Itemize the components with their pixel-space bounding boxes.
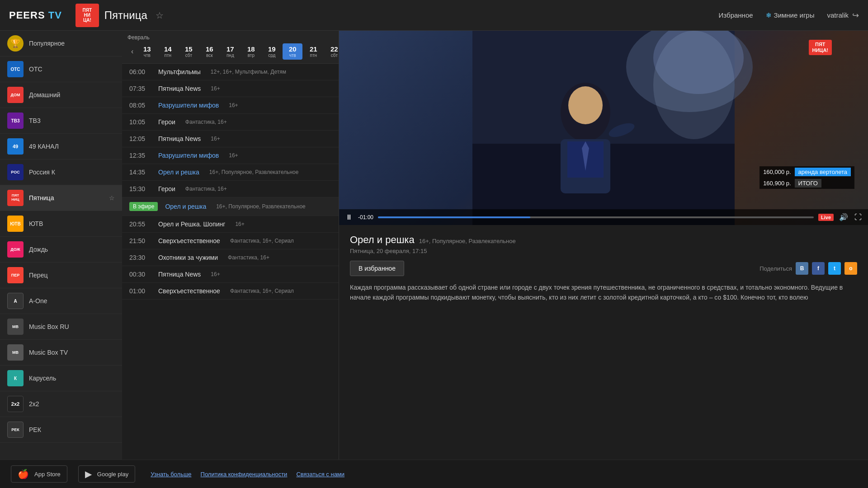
meta-razrushiteli-0805: 16+: [229, 102, 238, 108]
date-20[interactable]: 20чтв: [283, 43, 302, 60]
logout-icon[interactable]: ↪: [852, 10, 859, 20]
apple-icon: 🍎: [18, 469, 29, 479]
sidebar-label-dozd: Дождь: [29, 246, 48, 253]
fullscreen-button[interactable]: ⛶: [854, 212, 863, 222]
meta-orel-shopig: 16+: [235, 221, 244, 227]
date-18[interactable]: 18втр: [241, 43, 261, 60]
footer: 🍎 App Store ▶ Google play Узнать больше …: [0, 460, 868, 488]
video-price-overlay: 160,000 р. аренда вертолета 160,900 р. И…: [760, 166, 854, 189]
schedule-row-2330[interactable]: 23:30 Охотники за чужими Фантастика, 16+: [122, 249, 339, 266]
program-geroi-1530: Герои: [158, 185, 175, 192]
app-store-button[interactable]: 🍎 App Store: [11, 465, 67, 483]
schedule-row-1205[interactable]: 12:05 Пятница News 16+: [122, 131, 339, 147]
date-21[interactable]: 21птн: [303, 43, 323, 60]
sidebar-item-popular[interactable]: 🏆 Популярное: [0, 31, 122, 56]
schedule-row-2055[interactable]: 20:55 Орел и Решка. Шопинг 16+: [122, 216, 339, 233]
time-0735: 07:35: [129, 85, 151, 92]
channel-icon-49: 49: [7, 138, 24, 155]
share-fb-button[interactable]: f: [812, 262, 825, 275]
sidebar-item-musicbox-tv[interactable]: MB Music Box TV: [0, 340, 122, 366]
date-17[interactable]: 17пнд: [220, 43, 240, 60]
header-right: Избранное ❄Зимние игры vatralik ↪: [719, 10, 859, 20]
sidebar-item-dozd[interactable]: ДОЖ Дождь: [0, 237, 122, 263]
channel-name-header: Пятница: [104, 9, 147, 22]
sidebar-favorite-star[interactable]: ☆: [109, 194, 115, 202]
sidebar-item-domashniy[interactable]: ДОМ Домашний: [0, 82, 122, 108]
channel-icon-domashniy: ДОМ: [7, 87, 24, 103]
date-13[interactable]: 13чтв: [137, 43, 157, 60]
schedule-row-0030[interactable]: 00:30 Пятница News 16+: [122, 266, 339, 283]
price-row-1: 160,000 р. аренда вертолета: [760, 166, 854, 178]
schedule-row-2150[interactable]: 21:50 Сверхъестественное Фантастика, 16+…: [122, 233, 339, 249]
google-play-button[interactable]: ▶ Google play: [78, 465, 135, 483]
sidebar-item-tv3[interactable]: ТВ3 ТВ3: [0, 108, 122, 134]
sidebar-item-49[interactable]: 49 49 КАНАЛ: [0, 134, 122, 160]
share-vk-button[interactable]: В: [796, 262, 808, 275]
channel-icon-musicbox-ru: MB: [7, 319, 24, 335]
schedule-row-0805[interactable]: 08:05 Разрушители мифов 16+: [122, 97, 339, 114]
sidebar-item-aone[interactable]: A A-One: [0, 288, 122, 314]
sidebar-item-karusel[interactable]: К Карусель: [0, 366, 122, 391]
time-1205: 12:05: [129, 135, 151, 142]
share-ok-button[interactable]: o: [844, 262, 857, 275]
schedule-row-current[interactable]: В эфире Орел и решка 16+, Популярное, Ра…: [122, 197, 339, 216]
schedule-row-1435[interactable]: 14:35 Орел и решка 16+, Популярное, Разв…: [122, 164, 339, 181]
prev-date-button[interactable]: ‹: [127, 46, 137, 57]
schedule-row-0100[interactable]: 01:00 Сверхъестественное Фантастика, 16+…: [122, 283, 339, 300]
program-news-1205: Пятница News: [158, 135, 201, 142]
meta-geroi-1530: Фантастика, 16+: [185, 186, 227, 192]
info-actions: В избранное Поделиться В f t o: [350, 261, 857, 276]
schedule-header: Февраль ‹ 13чтв 14птн 15сбт 16вск 17пнд …: [122, 31, 339, 64]
meta-orel-current: 16+, Популярное, Развлекательное: [216, 203, 306, 210]
sidebar-label-otc: ОТС: [29, 66, 42, 73]
schedule-row-0600[interactable]: 06:00 Мультфильмы 12+, 16+, Мультфильм, …: [122, 64, 339, 80]
channel-icon-ytv: ЮТВ: [7, 216, 24, 232]
sidebar-item-2x2[interactable]: 2x2 2x2: [0, 391, 122, 417]
footer-link-privacy[interactable]: Политика конфиденциальности: [201, 471, 288, 478]
sidebar-label-2x2: 2x2: [29, 400, 39, 408]
channel-logo-header: ПЯТНИЦА!: [75, 4, 99, 27]
sidebar-item-ytv[interactable]: ЮТВ ЮТВ: [0, 211, 122, 237]
info-section: Орел и решка 16+, Популярное, Развлекате…: [339, 225, 868, 460]
schedule-row-0735[interactable]: 07:35 Пятница News 16+: [122, 80, 339, 97]
sidebar-item-otc[interactable]: ОТС ОТС: [0, 56, 122, 82]
date-19[interactable]: 19срд: [262, 43, 282, 60]
footer-link-more[interactable]: Узнать больше: [151, 471, 191, 478]
program-orel-1435: Орел и решка: [158, 169, 199, 176]
volume-button[interactable]: 🔊: [838, 212, 849, 222]
schedule-row-1235[interactable]: 12:35 Разрушители мифов 16+: [122, 147, 339, 164]
svg-point-8: [568, 86, 603, 124]
winter-games-link[interactable]: ❄Зимние игры: [766, 11, 815, 19]
footer-link-contact[interactable]: Связаться с нами: [296, 471, 344, 478]
pause-button[interactable]: ⏸: [344, 212, 354, 222]
date-16[interactable]: 16вск: [199, 43, 219, 60]
time-2330: 23:30: [129, 254, 151, 261]
progress-bar[interactable]: [378, 216, 814, 218]
time-0805: 08:05: [129, 102, 151, 109]
sidebar-item-russia-k[interactable]: РОС Россия К: [0, 160, 122, 185]
sidebar: 🏆 Популярное ОТС ОТС ДОМ Домашний ТВ3 ТВ…: [0, 31, 122, 460]
date-14[interactable]: 14птн: [158, 43, 178, 60]
sidebar-item-rek[interactable]: РЕК РЕК: [0, 417, 122, 443]
share-tw-button[interactable]: t: [828, 262, 841, 275]
price-label-2: 160,900 р.: [763, 180, 791, 187]
schedule-row-1530[interactable]: 15:30 Герои Фантастика, 16+: [122, 181, 339, 197]
date-list: 13чтв 14птн 15сбт 16вск 17пнд 18втр 19ср…: [137, 43, 365, 60]
schedule-row-1005[interactable]: 10:05 Герои Фантастика, 16+: [122, 114, 339, 131]
meta-multfilmy: 12+, 16+, Мультфильм, Детям: [211, 69, 286, 75]
sidebar-label-49: 49 КАНАЛ: [29, 143, 59, 150]
date-15[interactable]: 15сбт: [179, 43, 198, 60]
sidebar-label-karusel: Карусель: [29, 375, 56, 382]
sidebar-item-pyatnitsa[interactable]: ПЯТНИЦ Пятница ☆: [0, 185, 122, 211]
video-frame: 160,000 р. аренда вертолета 160,900 р. И…: [339, 31, 868, 225]
meta-news-0735: 16+: [211, 85, 220, 92]
meta-sverh-0100: Фантастика, 16+, Сериал: [230, 288, 294, 294]
sidebar-label-tv3: ТВ3: [29, 117, 41, 124]
favorites-link[interactable]: Избранное: [719, 11, 753, 19]
logo-peers: PEERS: [9, 9, 48, 21]
user-menu[interactable]: vatralik ↪: [827, 10, 859, 20]
channel-favorite-star[interactable]: ☆: [156, 10, 164, 21]
sidebar-item-musicbox-ru[interactable]: MB Music Box RU: [0, 314, 122, 340]
favorite-button[interactable]: В избранное: [350, 261, 404, 276]
sidebar-item-perets[interactable]: ПЕР Перец: [0, 263, 122, 288]
